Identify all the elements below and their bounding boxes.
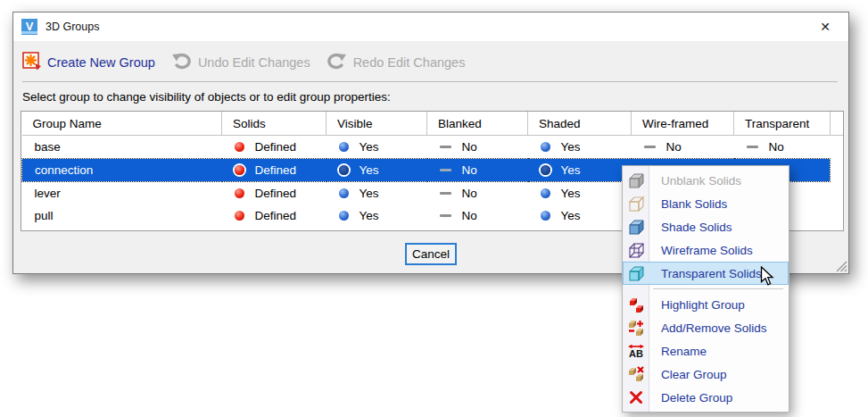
menu-item-label: Delete Group xyxy=(661,391,732,404)
table-header-row: Group Name Solids Visible Blanked Shaded… xyxy=(22,112,844,136)
blanked-cell: No xyxy=(427,136,528,159)
cell-value: Yes xyxy=(360,187,379,200)
blanked-cell: No xyxy=(427,182,528,205)
rename-icon: AB xyxy=(623,344,649,359)
blank-cube-icon xyxy=(623,196,649,212)
create-new-group-label: Create New Group xyxy=(47,55,155,70)
cell-value: Yes xyxy=(360,209,379,222)
redo-edit-changes-label: Redo Edit Changes xyxy=(353,55,466,70)
shaded-cell: Yes xyxy=(528,136,632,159)
defined-dot-icon xyxy=(235,188,244,198)
column-header-solids[interactable]: Solids xyxy=(222,112,327,136)
toolbar: Create New Group Undo Edit Changes xyxy=(22,45,465,80)
blanked-cell: No xyxy=(427,204,528,227)
column-header-blanked[interactable]: Blanked xyxy=(427,112,528,136)
cell-value: Yes xyxy=(561,140,581,154)
close-icon[interactable]: ✕ xyxy=(814,17,836,37)
create-new-group-icon xyxy=(22,52,41,74)
visible-cell: Yes xyxy=(327,136,427,159)
column-header-shaded[interactable]: Shaded xyxy=(528,112,632,136)
column-header-filler xyxy=(831,112,844,136)
yes-dot-icon xyxy=(339,211,349,221)
shade-cube-icon xyxy=(623,220,649,235)
group-name-cell: connection xyxy=(22,159,222,182)
cell-value: Defined xyxy=(255,187,297,200)
wireframe-cube-icon xyxy=(623,243,649,258)
instruction-label: Select group to change visibility of obj… xyxy=(22,90,391,104)
window-title: 3D Groups xyxy=(45,21,99,33)
highlight-group-icon xyxy=(623,297,649,313)
menu-item-wireframe-solids[interactable]: Wireframe Solids xyxy=(623,238,789,262)
menu-item-unblank-solids: Unblank Solids xyxy=(623,169,789,192)
yes-dot-icon xyxy=(339,165,349,175)
group-name-cell: pull xyxy=(22,204,222,227)
cell-value: Defined xyxy=(255,209,297,222)
menu-item-delete-group[interactable]: Delete Group xyxy=(623,386,789,409)
mouse-cursor-icon xyxy=(760,266,778,290)
cell-value: Defined xyxy=(255,140,297,154)
column-header-wire-framed[interactable]: Wire-framed xyxy=(632,112,734,136)
svg-text:AB: AB xyxy=(629,348,643,359)
column-header-visible[interactable]: Visible xyxy=(327,112,427,136)
cancel-button[interactable]: Cancel xyxy=(405,243,457,265)
cell-value: Yes xyxy=(360,163,379,177)
menu-item-highlight-group[interactable]: Highlight Group xyxy=(623,293,789,316)
title-bar: V 3D Groups ✕ xyxy=(13,13,848,41)
group-name-cell: base xyxy=(22,136,222,159)
defined-dot-icon xyxy=(235,211,244,221)
resize-grip[interactable] xyxy=(834,259,847,272)
unblank-cube-icon xyxy=(623,173,649,188)
cell-value: No xyxy=(462,140,477,154)
menu-item-shade-solids[interactable]: Shade Solids xyxy=(623,215,789,238)
cell-value: Yes xyxy=(561,209,581,222)
column-header-transparent[interactable]: Transparent xyxy=(734,112,831,136)
shaded-cell: Yes xyxy=(528,204,632,227)
shaded-cell: Yes xyxy=(528,182,632,205)
menu-item-label: Transparent Solids xyxy=(661,267,762,280)
group-name-cell: lever xyxy=(22,182,222,205)
add-remove-solids-icon xyxy=(623,320,649,336)
cell-value: No xyxy=(769,140,784,154)
solids-cell: Defined xyxy=(222,182,327,205)
no-dash-icon xyxy=(440,146,451,148)
menu-item-add-remove-solids[interactable]: Add/Remove Solids xyxy=(623,316,789,339)
blanked-cell: No xyxy=(427,159,528,182)
transparent-cell: No xyxy=(734,136,831,159)
visible-cell: Yes xyxy=(327,159,427,182)
menu-item-label: Blank Solids xyxy=(661,197,727,211)
solids-cell: Defined xyxy=(222,159,327,182)
wire-framed-cell: No xyxy=(632,136,734,159)
cell-value: Defined xyxy=(255,163,297,177)
yes-dot-icon xyxy=(541,188,550,198)
create-new-group-button[interactable]: Create New Group xyxy=(22,52,155,74)
menu-item-label: Highlight Group xyxy=(661,298,745,312)
menu-item-rename[interactable]: ABRename xyxy=(623,339,789,363)
table-row[interactable]: baseDefinedYesNoYesNoNo xyxy=(22,136,844,159)
filler-cell xyxy=(831,204,844,227)
menu-item-blank-solids[interactable]: Blank Solids xyxy=(623,192,789,215)
visible-cell: Yes xyxy=(327,204,427,227)
cell-value: Yes xyxy=(561,187,581,200)
cell-value: Yes xyxy=(561,163,581,177)
column-header-group-name[interactable]: Group Name xyxy=(22,112,222,136)
yes-dot-icon xyxy=(541,165,550,175)
filler-cell xyxy=(831,159,844,182)
menu-item-label: Shade Solids xyxy=(661,221,732,234)
toolbar-separator xyxy=(22,81,838,82)
undo-edit-changes-label: Undo Edit Changes xyxy=(198,55,310,70)
filler-cell xyxy=(831,182,844,205)
screen: V 3D Groups ✕ Create New Group xyxy=(0,0,868,417)
no-dash-icon xyxy=(440,214,451,217)
defined-dot-icon xyxy=(235,165,244,175)
delete-group-icon xyxy=(623,390,649,404)
no-dash-icon xyxy=(747,146,758,148)
defined-dot-icon xyxy=(235,142,244,152)
undo-edit-changes-button: Undo Edit Changes xyxy=(171,52,310,73)
yes-dot-icon xyxy=(339,188,349,198)
menu-item-label: Rename xyxy=(661,345,707,358)
transparent-cube-icon xyxy=(623,266,649,281)
redo-icon xyxy=(327,52,347,73)
no-dash-icon xyxy=(440,169,451,171)
menu-item-clear-group[interactable]: Clear Group xyxy=(623,363,789,386)
visible-cell: Yes xyxy=(327,182,427,205)
